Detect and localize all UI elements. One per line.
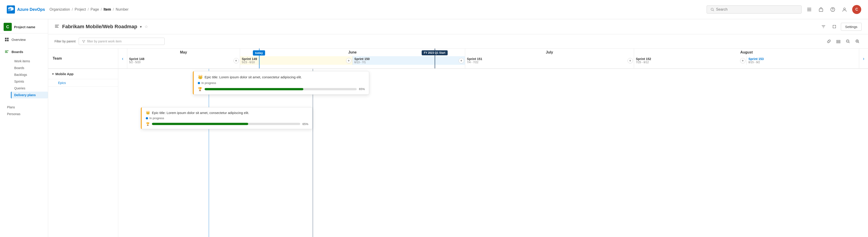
filter-icon-btn[interactable] — [819, 22, 828, 31]
favorite-star-icon[interactable]: ☆ — [145, 24, 148, 29]
epic-crown-icon: 👑 — [198, 74, 203, 79]
month-col-july: July Sprint 151 7/4 - 7/22 + — [465, 48, 634, 68]
timeline-months: today FY 2023 Q1 Start May Sprint 148 — [127, 48, 859, 68]
filter-input[interactable]: filter by parent work item — [79, 38, 164, 45]
page-header: Fabrikam Mobile/Web Roadmap ▾ ☆ Settings — [48, 19, 868, 34]
sidebar: C Project name Overview Boards Work i — [0, 19, 48, 237]
sprint-148-add-btn[interactable]: + — [234, 58, 239, 63]
sprint-153-dates: 8/15 - 9/2 — [748, 61, 851, 64]
breadcrumb-page[interactable]: Page — [90, 7, 99, 11]
app-logo[interactable]: Azure DevOps — [7, 5, 45, 13]
sprint-150-add-btn[interactable]: + — [459, 58, 464, 63]
sidebar-item-queries[interactable]: Queries — [11, 85, 48, 92]
sidebar-item-overview[interactable]: Overview — [0, 35, 48, 44]
epic-card-2-progress: 🏆 65% — [146, 122, 308, 126]
sprint-cell-149: Sprint 149 5/23 - 6/10 + — [240, 56, 352, 65]
month-col-may: May Sprint 148 5/2 - 5/20 + — [127, 48, 240, 68]
svg-rect-4 — [807, 11, 811, 11]
sprints-row-august: Sprint 152 7/25 - 8/12 + Sprint 153 8/15… — [634, 56, 859, 65]
svg-rect-12 — [7, 40, 8, 41]
month-col-august: August Sprint 152 7/25 - 8/12 + Sprint 1… — [634, 48, 859, 68]
timeline-area: Team ‹ today FY 2023 Q1 Start — [48, 48, 868, 237]
sidebar-item-plans[interactable]: Plans — [4, 104, 48, 111]
epics-link[interactable]: Epics — [48, 79, 118, 87]
svg-rect-17 — [55, 26, 58, 26]
help-icon[interactable] — [829, 5, 837, 13]
team-rows: ▾ Mobile App Epics — [48, 69, 118, 237]
search-input[interactable] — [716, 7, 798, 11]
link-icon-btn[interactable] — [825, 37, 833, 45]
sidebar-item-personas[interactable]: Personas — [4, 111, 48, 117]
svg-rect-18 — [55, 27, 59, 28]
azure-devops-logo-icon — [7, 5, 15, 13]
svg-rect-19 — [837, 40, 840, 41]
boards-label: Boards — [14, 66, 24, 70]
sprint-149-add-btn[interactable]: + — [346, 58, 351, 63]
user-icon[interactable] — [840, 5, 848, 13]
expand-icon-btn[interactable] — [830, 22, 839, 31]
title-chevron-icon[interactable]: ▾ — [140, 25, 142, 29]
shop-icon[interactable] — [817, 5, 825, 13]
timeline-header: Team ‹ today FY 2023 Q1 Start — [48, 48, 868, 69]
sidebar-item-delivery-plans[interactable]: Delivery plans — [11, 92, 48, 98]
avatar[interactable]: C — [852, 5, 861, 14]
team-row-mobile-app[interactable]: ▾ Mobile App — [48, 69, 118, 79]
sprints-row-july: Sprint 151 7/4 - 7/22 + — [465, 56, 634, 65]
sidebar-item-sprints[interactable]: Sprints — [11, 78, 48, 85]
settings-button[interactable]: Settings — [841, 23, 862, 31]
sep-3: / — [101, 7, 102, 11]
plans-label: Plans — [7, 105, 15, 109]
month-col-june: June Sprint 149 5/23 - 6/10 + Sprint 150… — [240, 48, 465, 68]
sidebar-overview-section: Overview — [0, 33, 48, 45]
sprint-149-dates: 5/23 - 6/10 — [242, 61, 344, 64]
month-label-may: May — [180, 48, 187, 56]
app-name: Azure DevOps — [17, 7, 45, 12]
filter-placeholder: filter by parent work item — [87, 39, 122, 43]
svg-rect-16 — [55, 25, 59, 25]
sidebar-item-backlogs[interactable]: Backlogs — [11, 71, 48, 78]
filter-label: Filter by parent — [55, 39, 75, 43]
progress-bar-bg — [205, 88, 357, 90]
list-icon[interactable] — [805, 5, 813, 13]
sidebar-item-work-items[interactable]: Work items — [11, 58, 48, 65]
search-box[interactable] — [707, 5, 802, 13]
sidebar-item-boards[interactable]: Boards — [11, 65, 48, 71]
breadcrumb-project[interactable]: Project — [74, 7, 86, 11]
svg-rect-10 — [7, 38, 8, 39]
progress-bar-fill — [205, 88, 303, 90]
sidebar-boards-section: Boards Work items Boards Backlogs Sprint… — [0, 45, 48, 101]
table-icon-btn[interactable] — [834, 37, 843, 45]
timeline-body: ▾ Mobile App Epics 👑 Epic title: Lorem i… — [48, 69, 868, 237]
epic-card-1[interactable]: 👑 Epic title: Lorem ipsum dolor sit amet… — [193, 71, 369, 95]
project-name[interactable]: Project name — [14, 25, 35, 29]
zoom-in-btn[interactable] — [853, 37, 862, 45]
personas-label: Personas — [7, 112, 20, 116]
sidebar-item-boards-header[interactable]: Boards — [0, 47, 48, 57]
main-content: Fabrikam Mobile/Web Roadmap ▾ ☆ Settings… — [48, 19, 868, 237]
roadmap-icon — [55, 24, 59, 30]
breadcrumb-number[interactable]: Number — [116, 7, 129, 11]
sprint-148-dates: 5/2 - 5/20 — [129, 61, 232, 64]
breadcrumb-item[interactable]: Item — [103, 7, 111, 11]
svg-point-1 — [711, 8, 713, 10]
sprint-148-name: Sprint 148 — [129, 57, 232, 61]
breadcrumb: Organization / Project / Page / Item / N… — [50, 7, 702, 11]
zoom-out-btn[interactable] — [844, 37, 852, 45]
breadcrumb-org[interactable]: Organization — [50, 7, 70, 11]
timeline-prev-btn[interactable]: ‹ — [118, 48, 127, 68]
svg-rect-2 — [807, 8, 811, 8]
epic-card-2[interactable]: 👑 Epic title: Lorem ipsum dolor sit amet… — [141, 107, 313, 129]
epic-crown-icon-2: 👑 — [146, 111, 150, 115]
sprints-row-june: Sprint 149 5/23 - 6/10 + Sprint 150 6/13… — [240, 56, 465, 65]
project-avatar: C — [4, 23, 12, 31]
timeline-next-btn[interactable]: › — [859, 48, 868, 68]
sidebar-plans-section: Plans Personas — [0, 101, 48, 120]
svg-rect-21 — [837, 42, 840, 43]
sprint-151-add-btn[interactable]: + — [627, 58, 633, 63]
sprint-152-add-btn[interactable]: + — [740, 58, 745, 63]
delivery-plans-label: Delivery plans — [14, 93, 36, 97]
backlogs-label: Backlogs — [14, 73, 27, 76]
svg-rect-13 — [5, 50, 8, 51]
status-dot-2 — [146, 117, 148, 120]
epic-card-1-status: In progress — [198, 81, 365, 84]
